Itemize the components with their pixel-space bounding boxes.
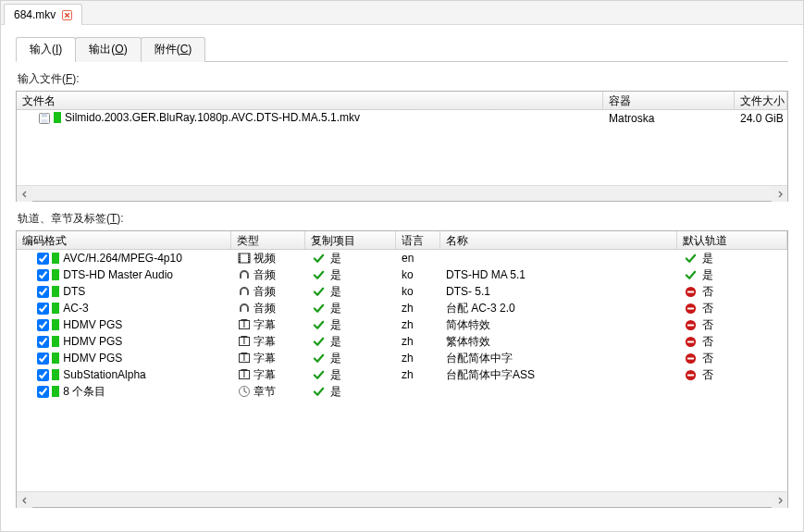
svg-text:T: T bbox=[241, 335, 248, 347]
track-checkbox[interactable] bbox=[37, 353, 49, 365]
check-icon bbox=[311, 251, 326, 266]
check-icon bbox=[683, 251, 698, 266]
type-icon: T bbox=[237, 367, 252, 382]
disk-icon bbox=[37, 111, 52, 126]
files-rows: Silmido.2003.GER.BluRay.1080p.AVC.DTS-HD… bbox=[17, 110, 787, 127]
h-scrollbar[interactable] bbox=[17, 185, 787, 201]
svg-text:T: T bbox=[241, 318, 248, 330]
svg-rect-14 bbox=[249, 260, 250, 261]
track-default: 否 bbox=[677, 301, 787, 316]
track-lang: en bbox=[396, 252, 440, 265]
track-checkbox[interactable] bbox=[37, 303, 49, 315]
track-default: 是 bbox=[677, 251, 787, 266]
track-checkbox[interactable] bbox=[37, 386, 49, 398]
col-copy[interactable]: 复制项目 bbox=[305, 231, 396, 249]
track-name: DTS-HD MA 5.1 bbox=[440, 268, 677, 281]
track-default: 否 bbox=[677, 351, 787, 366]
scroll-track[interactable] bbox=[32, 492, 772, 507]
status-bar-icon bbox=[52, 336, 59, 347]
tracks-list[interactable]: 编码格式 类型 复制项目 语言 名称 默认轨道 AVC/H.264/MPEG-4… bbox=[16, 230, 788, 508]
h-scrollbar[interactable] bbox=[17, 491, 787, 507]
track-row[interactable]: AVC/H.264/MPEG-4p10视频 是en 是 bbox=[17, 250, 787, 266]
track-row[interactable]: HDMV PGST字幕 是zh繁体特效 否 bbox=[17, 333, 787, 350]
check-icon bbox=[311, 367, 326, 382]
track-type: 字幕 bbox=[254, 368, 276, 381]
col-codec[interactable]: 编码格式 bbox=[17, 231, 231, 249]
status-bar-icon bbox=[52, 253, 59, 264]
svg-rect-16 bbox=[686, 291, 693, 292]
track-checkbox[interactable] bbox=[37, 269, 49, 281]
no-icon bbox=[683, 317, 698, 332]
file-tab-title: 684.mkv bbox=[14, 8, 56, 21]
track-codec: HDMV PGS bbox=[63, 335, 122, 348]
scroll-right-icon[interactable] bbox=[772, 186, 787, 202]
file-name: Silmido.2003.GER.BluRay.1080p.AVC.DTS-HD… bbox=[65, 111, 360, 124]
track-lang: zh bbox=[396, 352, 440, 365]
scroll-left-icon[interactable] bbox=[17, 186, 32, 202]
col-name[interactable]: 名称 bbox=[440, 231, 677, 249]
svg-rect-7 bbox=[240, 254, 241, 255]
no-icon bbox=[683, 301, 698, 315]
track-row[interactable]: 8 个条目章节 是 bbox=[17, 383, 787, 400]
track-checkbox[interactable] bbox=[37, 336, 49, 348]
track-row[interactable]: SubStationAlphaT字幕 是zh台配简体中字ASS 否 bbox=[17, 366, 787, 383]
track-type: 字幕 bbox=[254, 335, 276, 348]
track-checkbox[interactable] bbox=[37, 369, 49, 381]
track-checkbox[interactable] bbox=[37, 253, 49, 265]
check-icon bbox=[311, 334, 326, 349]
tracks-label: 轨道、章节及标签(T): bbox=[18, 211, 788, 227]
track-copy: 是 bbox=[330, 302, 341, 315]
track-name: 繁体特效 bbox=[440, 334, 677, 350]
track-row[interactable]: HDMV PGST字幕 是zh简体特效 否 bbox=[17, 316, 787, 333]
no-icon bbox=[683, 351, 698, 365]
col-filename[interactable]: 文件名 bbox=[17, 92, 603, 109]
scroll-track[interactable] bbox=[32, 186, 772, 201]
track-row[interactable]: AC-3音频 是zh台配 AC-3 2.0 否 bbox=[17, 300, 787, 316]
track-row[interactable]: DTS音频 是koDTS- 5.1 否 bbox=[17, 283, 787, 300]
no-icon bbox=[683, 334, 698, 349]
tab-2[interactable]: 附件(C) bbox=[141, 37, 206, 62]
track-checkbox[interactable] bbox=[37, 319, 49, 331]
file-tab[interactable]: 684.mkv bbox=[4, 4, 82, 25]
svg-rect-22 bbox=[686, 324, 693, 326]
svg-rect-13 bbox=[249, 258, 250, 259]
track-default: 否 bbox=[677, 317, 787, 333]
col-type[interactable]: 类型 bbox=[231, 231, 305, 249]
col-default[interactable]: 默认轨道 bbox=[677, 231, 787, 249]
track-row[interactable]: HDMV PGST字幕 是zh台配简体中字 否 bbox=[17, 350, 787, 366]
track-copy: 是 bbox=[330, 385, 341, 398]
col-container[interactable]: 容器 bbox=[603, 92, 735, 109]
tab-0[interactable]: 输入(I) bbox=[16, 37, 76, 62]
track-lang: ko bbox=[396, 268, 440, 281]
type-icon bbox=[237, 267, 252, 282]
check-icon bbox=[311, 384, 326, 399]
track-codec: AC-3 bbox=[63, 302, 88, 315]
track-codec: SubStationAlpha bbox=[63, 368, 145, 381]
scroll-right-icon[interactable] bbox=[772, 492, 787, 508]
track-type: 视频 bbox=[254, 252, 276, 265]
file-container: Matroska bbox=[603, 112, 735, 125]
track-type: 音频 bbox=[254, 285, 276, 298]
track-codec: DTS bbox=[63, 285, 85, 298]
file-row[interactable]: Silmido.2003.GER.BluRay.1080p.AVC.DTS-HD… bbox=[17, 110, 787, 127]
scroll-left-icon[interactable] bbox=[17, 492, 32, 508]
col-lang[interactable]: 语言 bbox=[396, 231, 440, 249]
track-checkbox[interactable] bbox=[37, 286, 49, 298]
close-icon[interactable] bbox=[61, 9, 72, 20]
type-icon bbox=[237, 284, 252, 299]
track-name: 台配简体中字ASS bbox=[440, 367, 677, 383]
track-name: 简体特效 bbox=[440, 317, 677, 333]
status-bar-icon bbox=[52, 353, 59, 364]
type-icon: T bbox=[237, 334, 252, 349]
track-copy: 是 bbox=[330, 318, 341, 331]
tab-1[interactable]: 输出(O) bbox=[75, 37, 141, 62]
track-name: 台配简体中字 bbox=[440, 351, 677, 366]
input-files-list[interactable]: 文件名 容器 文件大小 Silmido.2003.GER.BluRay.1080… bbox=[16, 91, 788, 202]
col-filesize[interactable]: 文件大小 bbox=[735, 92, 787, 109]
track-row[interactable]: DTS-HD Master Audio音频 是koDTS-HD MA 5.1 是 bbox=[17, 266, 787, 283]
track-lang: zh bbox=[396, 302, 440, 315]
track-name: DTS- 5.1 bbox=[440, 285, 677, 298]
svg-rect-30 bbox=[686, 357, 693, 359]
check-icon bbox=[683, 267, 698, 282]
status-bar-icon bbox=[54, 112, 61, 123]
